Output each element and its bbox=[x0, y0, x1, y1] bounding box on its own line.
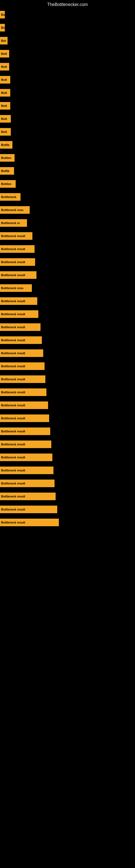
result-bar: Bottleneck result bbox=[0, 310, 38, 318]
bar-row: Bottleneck result bbox=[0, 294, 135, 308]
result-bar: Bottleneck result bbox=[0, 389, 46, 396]
bar-row: Bo bbox=[0, 21, 135, 34]
bar-row: Bot bbox=[0, 34, 135, 47]
result-bar: Bottleneck bbox=[0, 193, 20, 201]
bar-row: Bottleneck result bbox=[0, 229, 135, 243]
result-bar: Bottleneck result bbox=[0, 506, 57, 513]
result-bar: Bo bbox=[0, 11, 5, 19]
result-bar: Bo bbox=[0, 24, 5, 31]
bar-row: Bottleneck bbox=[0, 190, 135, 204]
bar-row: Bottleneck result bbox=[0, 464, 135, 477]
bar-row: Bottleneck result bbox=[0, 269, 135, 282]
result-bar: Bottleneck result bbox=[0, 258, 35, 266]
result-bar: Bottleneck result bbox=[0, 519, 59, 526]
bar-row: Bottleneck result bbox=[0, 334, 135, 347]
bar-row: Bott bbox=[0, 86, 135, 99]
bar-row: Bottleneck result bbox=[0, 516, 135, 529]
bar-row: Bottleneck result bbox=[0, 412, 135, 425]
bars-container: BoBoBotBottBottBottBottBottBottBottBottl… bbox=[0, 8, 135, 529]
result-bar: Bottleneck result bbox=[0, 375, 45, 383]
result-bar: Bot bbox=[0, 37, 8, 44]
bar-row: Bottleneck result bbox=[0, 399, 135, 412]
result-bar: Bottleneck result bbox=[0, 336, 42, 344]
site-title: TheBottlenecker.com bbox=[0, 0, 135, 8]
result-bar: Bott bbox=[0, 76, 10, 84]
result-bar: Bottleneck result bbox=[0, 323, 41, 331]
result-bar: Bott bbox=[0, 128, 11, 135]
bar-row: Bott bbox=[0, 73, 135, 86]
result-bar: Bottleneck result bbox=[0, 479, 54, 487]
bar-row: Bott bbox=[0, 47, 135, 60]
result-bar: Bottleneck resu bbox=[0, 206, 30, 214]
bar-row: Bottlen bbox=[0, 177, 135, 190]
result-bar: Bottlen bbox=[0, 180, 16, 188]
result-bar: Bottleneck result bbox=[0, 401, 48, 409]
result-bar: Bottleneck result bbox=[0, 493, 56, 500]
bar-row: Bottleneck result bbox=[0, 451, 135, 464]
bar-row: Bottleneck re bbox=[0, 216, 135, 229]
result-bar: Bottleneck result bbox=[0, 440, 51, 448]
result-bar: Bott bbox=[0, 89, 10, 97]
bar-row: Bottleneck result bbox=[0, 503, 135, 516]
result-bar: Bottleneck result bbox=[0, 349, 43, 357]
bar-row: Bottle bbox=[0, 164, 135, 177]
bar-row: Bott bbox=[0, 60, 135, 73]
bar-row: Bottleneck result bbox=[0, 386, 135, 399]
result-bar: Bott bbox=[0, 102, 10, 110]
result-bar: Bottleneck result bbox=[0, 362, 45, 370]
bar-row: Bottleneck result bbox=[0, 438, 135, 451]
result-bar: Bott bbox=[0, 50, 9, 58]
bar-row: Bottleneck result bbox=[0, 490, 135, 503]
bar-row: Bottleneck resu bbox=[0, 204, 135, 216]
bar-row: Bottleneck result bbox=[0, 425, 135, 438]
bar-row: Bottleneck result bbox=[0, 347, 135, 360]
bar-row: Bott bbox=[0, 112, 135, 125]
result-bar: Bottle bbox=[0, 141, 12, 149]
result-bar: Bottleneck re bbox=[0, 219, 27, 227]
bar-row: Bottleneck result bbox=[0, 321, 135, 334]
bar-row: Bottleneck resu bbox=[0, 282, 135, 294]
result-bar: Bottleneck resu bbox=[0, 284, 32, 292]
bar-row: Bottleneck result bbox=[0, 308, 135, 321]
result-bar: Bott bbox=[0, 115, 11, 123]
bar-row: Bottlen bbox=[0, 151, 135, 164]
bar-row: Bottleneck result bbox=[0, 373, 135, 386]
bar-row: Bott bbox=[0, 125, 135, 138]
bar-row: Bottleneck result bbox=[0, 243, 135, 255]
bar-row: Bottleneck result bbox=[0, 255, 135, 269]
result-bar: Bottleneck result bbox=[0, 467, 53, 474]
bar-row: Bott bbox=[0, 99, 135, 112]
result-bar: Bottleneck result bbox=[0, 297, 37, 305]
bar-row: Bottle bbox=[0, 138, 135, 151]
bar-row: Bottleneck result bbox=[0, 360, 135, 373]
bar-row: Bottleneck result bbox=[0, 477, 135, 490]
result-bar: Bottle bbox=[0, 167, 14, 175]
result-bar: Bottleneck result bbox=[0, 454, 52, 461]
result-bar: Bottleneck result bbox=[0, 245, 35, 253]
result-bar: Bottleneck result bbox=[0, 271, 37, 279]
result-bar: Bott bbox=[0, 63, 9, 70]
result-bar: Bottlen bbox=[0, 154, 14, 162]
result-bar: Bottleneck result bbox=[0, 428, 50, 435]
bar-row: Bo bbox=[0, 8, 135, 21]
result-bar: Bottleneck result bbox=[0, 414, 49, 422]
result-bar: Bottleneck result bbox=[0, 232, 32, 240]
